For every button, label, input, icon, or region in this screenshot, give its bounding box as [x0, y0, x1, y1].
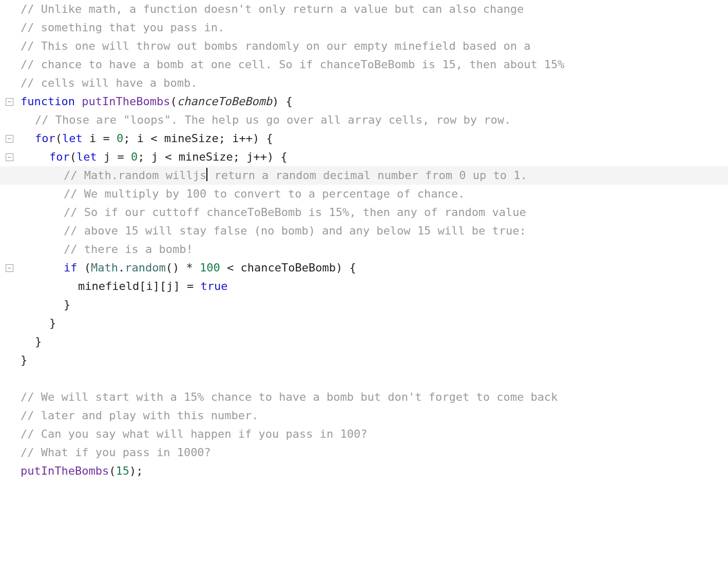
- code-text[interactable]: }: [18, 333, 42, 351]
- code-text[interactable]: // Those are "loops". The help us go ove…: [18, 111, 511, 129]
- code-line[interactable]: // later and play with this number.: [0, 406, 728, 425]
- token: putInTheBombs: [82, 95, 170, 108]
- code-line[interactable]: }: [0, 296, 728, 314]
- code-line[interactable]: minefield[i][j] = true: [0, 277, 728, 296]
- token: i: [225, 132, 239, 145]
- gutter-cell: [0, 369, 18, 388]
- code-line[interactable]: // So if our cuttoff chanceToBeBomb is 1…: [0, 203, 728, 222]
- token: j: [97, 150, 118, 163]
- token: .: [118, 261, 125, 274]
- code-text[interactable]: // above 15 will stay false (no bomb) an…: [18, 222, 526, 240]
- code-text[interactable]: // This one will throw out bombs randoml…: [18, 37, 530, 55]
- code-line[interactable]: }: [0, 314, 728, 333]
- token: // We multiply by 100 to convert to a pe…: [64, 187, 465, 200]
- code-line[interactable]: // above 15 will stay false (no bomb) an…: [0, 222, 728, 240]
- token: i: [146, 280, 152, 292]
- token: [259, 132, 266, 145]
- code-line[interactable]: }: [0, 333, 728, 351]
- code-line[interactable]: −for(let i = 0; i < mineSize; i++) {: [0, 129, 728, 148]
- token: [110, 132, 117, 145]
- token: // cells will have a bomb.: [21, 76, 197, 89]
- token: return a random decimal number from 0 up…: [207, 169, 527, 182]
- gutter-cell: [0, 111, 18, 129]
- code-text[interactable]: }: [18, 296, 70, 314]
- code-text[interactable]: for(let i = 0; i < mineSize; i++) {: [18, 129, 273, 148]
- token: <: [227, 261, 234, 274]
- token: }: [64, 298, 70, 311]
- code-text[interactable]: // chance to have a bomb at one cell. So…: [18, 55, 565, 74]
- code-line[interactable]: // Unlike math, a function doesn't only …: [0, 0, 728, 18]
- fold-toggle[interactable]: −: [0, 259, 18, 277]
- token: (): [166, 261, 180, 274]
- token: [220, 261, 227, 274]
- token: *: [186, 261, 193, 274]
- code-text[interactable]: // What if you pass in 1000?: [18, 443, 211, 462]
- code-line[interactable]: // We will start with a 15% chance to ha…: [0, 388, 728, 406]
- code-text[interactable]: if (Math.random() * 100 < chanceToBeBomb…: [18, 259, 356, 277]
- fold-collapse-icon[interactable]: −: [6, 98, 13, 106]
- fold-toggle[interactable]: −: [0, 129, 18, 148]
- code-text[interactable]: minefield[i][j] = true: [18, 277, 227, 296]
- token: [194, 280, 200, 292]
- token: // Unlike math, a function doesn't only …: [21, 3, 524, 15]
- code-text[interactable]: // Math.random willjs return a random de…: [18, 166, 527, 185]
- token: (: [109, 464, 116, 477]
- code-line[interactable]: // something that you pass in.: [0, 18, 728, 37]
- code-text[interactable]: putInTheBombs(15);: [18, 462, 143, 480]
- token: j: [166, 280, 173, 292]
- code-line[interactable]: [0, 369, 728, 388]
- token: 0: [131, 150, 138, 163]
- code-text[interactable]: // Can you say what will happen if you p…: [18, 425, 368, 443]
- fold-toggle[interactable]: −: [0, 92, 18, 111]
- token: Math: [91, 261, 118, 274]
- code-text[interactable]: // We will start with a 15% chance to ha…: [18, 388, 558, 406]
- code-line[interactable]: −if (Math.random() * 100 < chanceToBeBom…: [0, 259, 728, 277]
- gutter-cell: [0, 388, 18, 406]
- token: [179, 261, 186, 274]
- gutter-cell: [0, 166, 18, 185]
- code-text[interactable]: function putInTheBombs(chanceToBeBomb) {: [18, 92, 293, 111]
- code-text[interactable]: // later and play with this number.: [18, 406, 259, 425]
- token: =: [187, 280, 194, 292]
- code-text[interactable]: // So if our cuttoff chanceToBeBomb is 1…: [18, 203, 526, 222]
- token: let: [62, 132, 83, 145]
- token: {: [286, 95, 293, 108]
- code-line[interactable]: // chance to have a bomb at one cell. So…: [0, 55, 728, 74]
- code-line[interactable]: // Those are "loops". The help us go ove…: [0, 111, 728, 129]
- gutter-cell: [0, 425, 18, 443]
- code-text[interactable]: // We multiply by 100 to convert to a pe…: [18, 185, 465, 203]
- code-line[interactable]: // Can you say what will happen if you p…: [0, 425, 728, 443]
- fold-toggle[interactable]: −: [0, 148, 18, 166]
- code-line[interactable]: // Math.random willjs return a random de…: [0, 166, 728, 185]
- code-line[interactable]: −function putInTheBombs(chanceToBeBomb) …: [0, 92, 728, 111]
- token: <: [150, 132, 157, 145]
- fold-collapse-icon[interactable]: −: [6, 264, 13, 272]
- token: // Those are "loops". The help us go ove…: [35, 113, 511, 126]
- token: // Can you say what will happen if you p…: [21, 427, 368, 440]
- code-line[interactable]: }: [0, 351, 728, 369]
- token: {: [349, 261, 356, 274]
- fold-collapse-icon[interactable]: −: [6, 153, 13, 161]
- code-line[interactable]: −for(let j = 0; j < mineSize; j++) {: [0, 148, 728, 166]
- code-text[interactable]: }: [18, 314, 56, 333]
- token: =: [103, 132, 110, 145]
- code-line[interactable]: // This one will throw out bombs randoml…: [0, 37, 728, 55]
- code-line[interactable]: // We multiply by 100 to convert to a pe…: [0, 185, 728, 203]
- code-text[interactable]: // there is a bomb!: [18, 240, 193, 259]
- gutter-cell: [0, 443, 18, 462]
- token: ): [129, 464, 136, 477]
- code-line[interactable]: putInTheBombs(15);: [0, 462, 728, 480]
- gutter-cell: [0, 55, 18, 74]
- code-line[interactable]: // cells will have a bomb.: [0, 74, 728, 92]
- code-text[interactable]: }: [18, 351, 27, 369]
- code-editor[interactable]: // Unlike math, a function doesn't only …: [0, 0, 728, 480]
- code-text[interactable]: // something that you pass in.: [18, 18, 224, 37]
- code-text[interactable]: // Unlike math, a function doesn't only …: [18, 0, 524, 18]
- code-text[interactable]: // cells will have a bomb.: [18, 74, 197, 92]
- token: j: [145, 150, 165, 163]
- fold-collapse-icon[interactable]: −: [6, 135, 13, 143]
- code-text[interactable]: for(let j = 0; j < mineSize; j++) {: [18, 148, 288, 166]
- code-line[interactable]: // there is a bomb!: [0, 240, 728, 259]
- gutter-cell: [0, 351, 18, 369]
- code-line[interactable]: // What if you pass in 1000?: [0, 443, 728, 462]
